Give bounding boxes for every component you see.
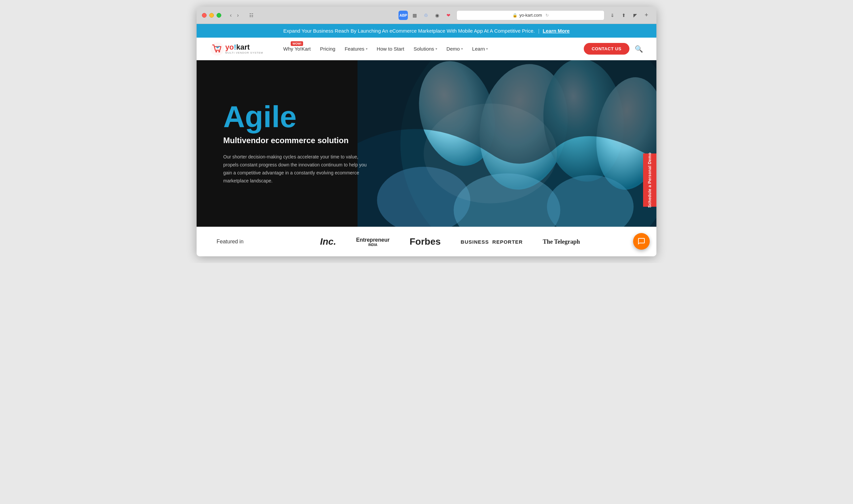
demo-chevron-icon: ▾ (461, 47, 463, 51)
logo-tagline: MULTI VENDOR SYSTEM (225, 52, 263, 54)
features-chevron-icon: ▾ (366, 47, 367, 51)
learn-chevron-icon: ▾ (486, 47, 488, 51)
search-button[interactable]: 🔍 (635, 45, 643, 53)
svg-point-2 (219, 51, 220, 52)
chat-button[interactable] (633, 233, 650, 250)
hero-subtitle: Multivendor ecommerce solution (223, 136, 370, 145)
logo-icon (210, 42, 225, 56)
maximize-window-button[interactable] (216, 13, 221, 18)
svg-point-1 (215, 51, 217, 52)
inc-logo: Inc. (320, 236, 336, 247)
analytics-icon[interactable]: ▩ (410, 11, 419, 20)
schedule-demo-label: Schedule a Personal Demo (647, 152, 652, 208)
wow-badge: WOW! (291, 41, 303, 46)
solutions-chevron-icon: ▾ (435, 47, 437, 51)
navbar: yo!kart MULTI VENDOR SYSTEM WOW! Why Yo!… (196, 38, 657, 60)
logo-wordmark: yo!kart (225, 43, 263, 51)
nav-item-demo[interactable]: Demo ▾ (443, 44, 466, 54)
url-display: yo-kart.com (520, 13, 542, 18)
chat-icon (638, 237, 645, 245)
download-icon[interactable]: ⇓ (608, 11, 617, 20)
forward-button[interactable]: › (235, 11, 241, 20)
entrepreneur-india-logo: EntrepreneurINDIA (356, 237, 389, 247)
svg-point-0 (211, 42, 224, 56)
hero-title: Agile (223, 102, 370, 132)
contact-us-button[interactable]: CONTACT US (584, 43, 629, 55)
hero-content: Agile Multivendor ecommerce solution Our… (196, 82, 397, 205)
featured-logos: Inc. EntrepreneurINDIA Forbes BUSINESS R… (264, 236, 637, 247)
top-banner: Expand Your Business Reach By Launching … (196, 24, 657, 38)
forbes-logo: Forbes (410, 236, 440, 247)
new-tab-button[interactable]: + (642, 11, 651, 20)
hero-background (358, 60, 657, 227)
schedule-demo-tab[interactable]: Schedule a Personal Demo (643, 154, 657, 207)
featured-label: Featured in (216, 239, 244, 245)
pocket-icon[interactable]: ❤ (444, 11, 453, 20)
nav-item-how-to-start[interactable]: How to Start (373, 44, 408, 54)
extensions-icon[interactable]: ABP (399, 11, 408, 20)
banner-divider: | (538, 28, 539, 34)
nav-item-features[interactable]: Features ▾ (341, 44, 370, 54)
tab-sidebar-icon[interactable]: ☷ (247, 11, 256, 20)
nav-item-learn[interactable]: Learn ▾ (469, 44, 491, 54)
business-reporter-logo: BUSINESS REPORTER (461, 239, 523, 245)
website-content: Expand Your Business Reach By Launching … (196, 24, 657, 256)
close-window-button[interactable] (202, 13, 207, 18)
banner-learn-more-link[interactable]: Learn More (543, 28, 570, 34)
share-icon[interactable]: ⬆ (619, 11, 628, 20)
shield-icon[interactable]: ◉ (433, 11, 442, 20)
telegraph-logo: The Telegraph (543, 238, 580, 245)
back-button[interactable]: ‹ (228, 11, 233, 20)
hero-background-svg (358, 60, 657, 227)
nav-links: WOW! Why Yo!Kart Pricing Features ▾ How … (280, 44, 584, 54)
nav-actions: CONTACT US 🔍 (584, 43, 643, 55)
hero-section: Agile Multivendor ecommerce solution Our… (196, 60, 657, 227)
browser-window-controls (202, 13, 221, 18)
nav-item-pricing[interactable]: Pricing (317, 44, 339, 54)
hero-description: Our shorter decision-making cycles accel… (223, 153, 370, 185)
svg-point-12 (424, 104, 557, 203)
minimize-window-button[interactable] (209, 13, 214, 18)
featured-section: Featured in Inc. EntrepreneurINDIA Forbe… (196, 227, 657, 256)
logo[interactable]: yo!kart MULTI VENDOR SYSTEM (210, 42, 263, 56)
nav-item-solutions[interactable]: Solutions ▾ (410, 44, 440, 54)
nav-item-why-yokart[interactable]: WOW! Why Yo!Kart (280, 44, 314, 54)
address-bar[interactable]: 🔒 yo-kart.com ↻ (456, 10, 605, 20)
banner-text: Expand Your Business Reach By Launching … (283, 28, 535, 34)
fullscreen-icon[interactable]: ◤ (630, 11, 640, 20)
translate-icon[interactable]: ♲ (421, 11, 431, 20)
